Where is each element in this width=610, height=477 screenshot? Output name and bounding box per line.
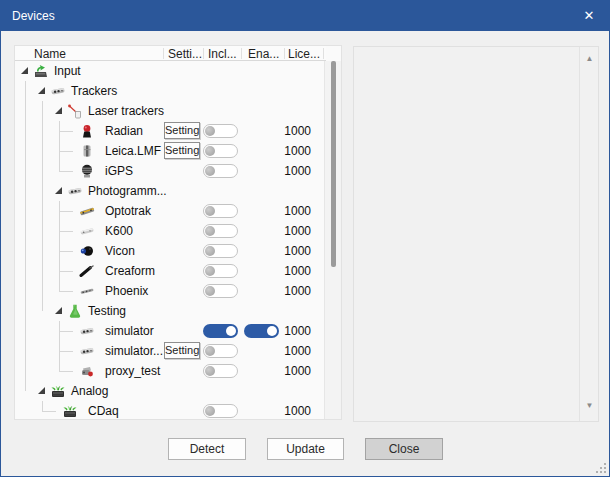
include-toggle[interactable] bbox=[203, 324, 238, 338]
include-toggle[interactable] bbox=[203, 144, 238, 158]
node-label: simulator bbox=[105, 324, 154, 338]
include-toggle[interactable] bbox=[203, 124, 238, 138]
detail-scrollbar[interactable]: ▲ ▼ bbox=[579, 47, 598, 421]
setting-button[interactable]: Setting bbox=[164, 142, 200, 159]
license-value: 1000 bbox=[259, 124, 311, 138]
tree-row-phoenix[interactable]: Phoenix1000 bbox=[15, 281, 326, 301]
close-icon[interactable]: ✕ bbox=[569, 1, 609, 31]
node-label: proxy_test bbox=[105, 364, 160, 378]
include-toggle[interactable] bbox=[203, 344, 238, 358]
k600-icon bbox=[79, 223, 95, 239]
column-header-setti[interactable]: Setti... bbox=[168, 47, 202, 61]
include-toggle[interactable] bbox=[203, 204, 238, 218]
node-label: Input bbox=[54, 64, 81, 78]
include-toggle[interactable] bbox=[203, 364, 238, 378]
simulator-icon bbox=[79, 343, 95, 359]
scroll-up-icon[interactable]: ▲ bbox=[580, 54, 599, 64]
tree-row-simulator[interactable]: simulator...Setting1000 bbox=[15, 341, 326, 361]
license-value: 1000 bbox=[259, 284, 311, 298]
toggle-knob bbox=[205, 206, 215, 216]
license-value: 1000 bbox=[259, 324, 311, 338]
node-label: K600 bbox=[105, 224, 133, 238]
tree-row-optotrak[interactable]: Optotrak1000 bbox=[15, 201, 326, 221]
expand-triangle-icon[interactable] bbox=[55, 187, 62, 194]
tree-row-cdaq[interactable]: CDaq1000 bbox=[15, 401, 326, 419]
laser-trackers-icon bbox=[67, 103, 83, 119]
tree-row-igps[interactable]: iGPS1000 bbox=[15, 161, 326, 181]
license-value: 1000 bbox=[259, 204, 311, 218]
optotrak-icon bbox=[79, 203, 95, 219]
tree-row-simulator[interactable]: simulator1000 bbox=[15, 321, 326, 341]
include-toggle[interactable] bbox=[203, 264, 238, 278]
testing-icon bbox=[67, 303, 83, 319]
license-value: 1000 bbox=[259, 264, 311, 278]
tree-row-photogramm[interactable]: Photogramm... bbox=[15, 181, 326, 201]
node-label: CDaq bbox=[88, 404, 119, 418]
expand-triangle-icon[interactable] bbox=[55, 307, 62, 314]
node-label: Laser trackers bbox=[88, 104, 164, 118]
igps-icon bbox=[79, 163, 95, 179]
tree-row-leica-lmf[interactable]: Leica.LMFSetting1000 bbox=[15, 141, 326, 161]
node-label: Trackers bbox=[71, 84, 117, 98]
resize-grip-icon[interactable] bbox=[600, 467, 602, 469]
setting-button[interactable]: Setting bbox=[164, 342, 200, 359]
update-button[interactable]: Update bbox=[267, 438, 344, 460]
proxy-test-icon bbox=[79, 363, 95, 379]
detect-button[interactable]: Detect bbox=[168, 438, 246, 460]
tree-scrollbar-thumb[interactable] bbox=[331, 61, 336, 267]
simulator-icon bbox=[79, 323, 95, 339]
column-separator bbox=[203, 48, 204, 59]
tree-row-radian[interactable]: RadianSetting1000 bbox=[15, 121, 326, 141]
expand-triangle-icon[interactable] bbox=[21, 67, 28, 74]
tree-row-analog[interactable]: Analog bbox=[15, 381, 326, 401]
close-button[interactable]: Close bbox=[365, 438, 443, 460]
include-toggle[interactable] bbox=[203, 164, 238, 178]
node-label: Analog bbox=[71, 384, 108, 398]
device-tree: InputTrackersLaser trackersRadianSetting… bbox=[15, 61, 326, 419]
toggle-knob bbox=[205, 266, 215, 276]
vicon-icon bbox=[79, 243, 95, 259]
expand-triangle-icon[interactable] bbox=[38, 387, 45, 394]
include-toggle[interactable] bbox=[203, 224, 238, 238]
toggle-knob bbox=[226, 326, 236, 336]
license-value: 1000 bbox=[259, 144, 311, 158]
column-header-name[interactable]: Name bbox=[34, 47, 66, 61]
tree-row-input[interactable]: Input bbox=[15, 61, 326, 81]
expand-triangle-icon[interactable] bbox=[55, 107, 62, 114]
setting-button[interactable]: Setting bbox=[164, 122, 200, 139]
include-toggle[interactable] bbox=[203, 284, 238, 298]
include-toggle[interactable] bbox=[203, 244, 238, 258]
analog-icon bbox=[50, 383, 66, 399]
tree-row-trackers[interactable]: Trackers bbox=[15, 81, 326, 101]
devices-dialog: Devices ✕ NameSetti...Incl...Ena...Lice.… bbox=[0, 0, 610, 477]
column-header-incl[interactable]: Incl... bbox=[208, 47, 237, 61]
node-label: Vicon bbox=[105, 244, 135, 258]
creaform-icon bbox=[79, 263, 95, 279]
node-label: iGPS bbox=[105, 164, 133, 178]
expand-triangle-icon[interactable] bbox=[38, 87, 45, 94]
column-separator bbox=[284, 48, 285, 59]
column-header-ena[interactable]: Ena... bbox=[248, 47, 279, 61]
toggle-knob bbox=[205, 366, 215, 376]
window-title: Devices bbox=[12, 9, 55, 23]
license-value: 1000 bbox=[259, 164, 311, 178]
device-tree-panel: NameSetti...Incl...Ena...Lice... InputTr… bbox=[14, 45, 342, 420]
include-toggle[interactable] bbox=[203, 404, 238, 418]
node-label: Testing bbox=[88, 304, 126, 318]
node-label: Creaform bbox=[105, 264, 155, 278]
node-label: Photogramm... bbox=[88, 184, 167, 198]
column-header-lice[interactable]: Lice... bbox=[288, 47, 320, 61]
tree-row-k600[interactable]: K6001000 bbox=[15, 221, 326, 241]
node-label: Leica.LMF bbox=[105, 144, 161, 158]
tree-row-proxy-test[interactable]: proxy_test1000 bbox=[15, 361, 326, 381]
license-value: 1000 bbox=[259, 224, 311, 238]
toggle-knob bbox=[205, 226, 215, 236]
tree-row-vicon[interactable]: Vicon1000 bbox=[15, 241, 326, 261]
node-label: Phoenix bbox=[105, 284, 148, 298]
column-separator bbox=[241, 48, 242, 59]
tree-row-creaform[interactable]: Creaform1000 bbox=[15, 261, 326, 281]
scroll-down-icon[interactable]: ▼ bbox=[580, 401, 599, 411]
tree-row-testing[interactable]: Testing bbox=[15, 301, 326, 321]
tree-row-laser-trackers[interactable]: Laser trackers bbox=[15, 101, 326, 121]
tree-scrollbar[interactable] bbox=[324, 61, 341, 419]
